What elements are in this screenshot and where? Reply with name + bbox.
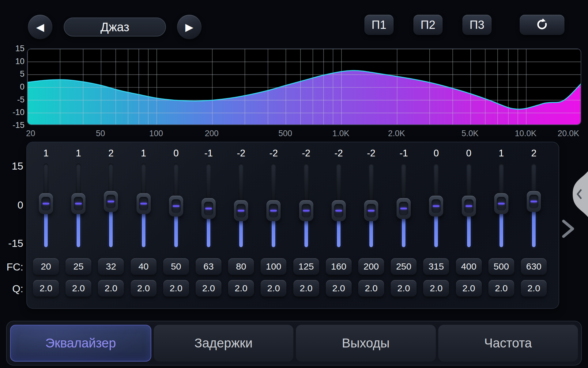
band-fc-button[interactable]: 100 xyxy=(261,258,286,275)
tab-frequency[interactable]: Частота xyxy=(438,325,578,362)
band-q-button[interactable]: 2.0 xyxy=(261,280,286,297)
band-slider-thumb[interactable] xyxy=(494,193,508,214)
band-fc-button[interactable]: 50 xyxy=(163,258,189,275)
reset-circular-arrow-icon xyxy=(536,19,548,31)
preset-selector[interactable]: Джаз xyxy=(64,17,166,36)
frequency-tick-label: 5.0K xyxy=(462,129,479,138)
band-fc-button[interactable]: 500 xyxy=(488,258,514,275)
scroll-bands-right-button[interactable] xyxy=(560,219,576,239)
band-q-button[interactable]: 2.0 xyxy=(423,280,449,297)
thumb-dash-icon xyxy=(498,203,505,205)
band-gain-value: -2 xyxy=(290,148,322,159)
band-slider-fill xyxy=(44,209,48,247)
response-area-fill xyxy=(28,71,581,125)
thumb-dash-icon xyxy=(43,203,49,205)
band-q-button[interactable]: 2.0 xyxy=(33,280,59,297)
tab-label: Задержки xyxy=(194,336,253,351)
band-gain-value: 2 xyxy=(95,148,127,159)
band-slider-thumb[interactable] xyxy=(104,191,118,212)
band-fc-button[interactable]: 630 xyxy=(521,258,547,275)
memory-button-p1[interactable]: П1 xyxy=(364,15,394,35)
band-slider-thumb[interactable] xyxy=(137,193,151,214)
band-fc-button[interactable]: 40 xyxy=(131,258,156,275)
band-q-button[interactable]: 2.0 xyxy=(456,280,482,297)
band-slider-thumb[interactable] xyxy=(397,198,411,219)
band-q-button[interactable]: 2.0 xyxy=(358,280,384,297)
band-slider-thumb[interactable] xyxy=(39,193,53,214)
band-q-button[interactable]: 2.0 xyxy=(488,280,514,297)
band-slider-thumb[interactable] xyxy=(332,200,346,221)
band-q-button[interactable]: 2.0 xyxy=(196,280,221,297)
reset-button[interactable] xyxy=(520,15,564,35)
right-triangle-icon: ▶ xyxy=(185,21,193,33)
band-fc-button[interactable]: 250 xyxy=(391,258,417,275)
band-fc-button[interactable]: 160 xyxy=(326,258,352,275)
band-fc-button[interactable]: 63 xyxy=(196,258,221,275)
band-fc-button[interactable]: 25 xyxy=(66,258,91,275)
band-slider-fill xyxy=(77,209,80,247)
left-triangle-icon: ◀ xyxy=(36,21,44,33)
thumb-dash-icon xyxy=(400,208,407,209)
band-slider-thumb[interactable] xyxy=(299,200,313,221)
band-slider-thumb[interactable] xyxy=(527,191,541,212)
preset-next-button[interactable]: ▶ xyxy=(177,15,202,39)
graph-plot-area xyxy=(27,48,581,125)
band-fc-button[interactable]: 20 xyxy=(33,258,59,275)
band-slider-thumb[interactable] xyxy=(364,200,378,221)
band-q-button[interactable]: 2.0 xyxy=(293,280,319,297)
tab-equalizer[interactable]: Эквалайзер xyxy=(10,325,151,362)
frequency-tick-label: 20.0K xyxy=(558,129,579,138)
frequency-tick-label: 1.0K xyxy=(332,129,349,138)
db-tick-label: 10 xyxy=(6,56,24,66)
band-q-button[interactable]: 2.0 xyxy=(163,280,189,297)
preset-name: Джаз xyxy=(100,20,129,34)
frequency-tick-label: 500 xyxy=(278,129,292,138)
memory-button-label: П1 xyxy=(371,18,386,32)
band-slider-thumb[interactable] xyxy=(234,200,248,221)
band-q-button[interactable]: 2.0 xyxy=(326,280,352,297)
gain-scale-min-label: -15 xyxy=(1,237,23,249)
db-tick-label: 0 xyxy=(6,82,24,92)
band-q-button[interactable]: 2.0 xyxy=(391,280,417,297)
band-q-button[interactable]: 2.0 xyxy=(131,280,156,297)
db-tick-label: -5 xyxy=(6,95,24,105)
thumb-dash-icon xyxy=(205,208,212,209)
band-slider-thumb[interactable] xyxy=(429,196,443,217)
db-tick-label: -15 xyxy=(6,120,24,130)
band-slider-thumb[interactable] xyxy=(71,193,85,214)
side-drawer-handle[interactable] xyxy=(568,171,588,217)
band-q-button[interactable]: 2.0 xyxy=(98,280,124,297)
response-curve xyxy=(28,49,581,125)
memory-button-p3[interactable]: П3 xyxy=(462,15,492,35)
band-slider-thumb[interactable] xyxy=(266,200,281,221)
db-tick-label: 15 xyxy=(6,44,24,53)
tab-outputs[interactable]: Выходы xyxy=(296,325,436,362)
thumb-dash-icon xyxy=(140,203,147,205)
band-fc-button[interactable]: 315 xyxy=(423,258,449,275)
tab-delays[interactable]: Задержки xyxy=(154,325,294,362)
frequency-tick-label: 10.0K xyxy=(515,129,537,138)
db-tick-label: -10 xyxy=(6,107,24,117)
band-gain-value: -2 xyxy=(322,148,355,159)
band-q-button[interactable]: 2.0 xyxy=(66,280,91,297)
frequency-tick-label: 100 xyxy=(149,129,163,138)
band-q-button[interactable]: 2.0 xyxy=(521,280,547,297)
band-fc-button[interactable]: 32 xyxy=(98,258,124,275)
band-slider-thumb[interactable] xyxy=(169,196,183,217)
band-fc-button[interactable]: 125 xyxy=(293,258,319,275)
chevron-right-icon xyxy=(564,221,573,236)
memory-button-p2[interactable]: П2 xyxy=(413,15,443,35)
gain-scale-zero-label: 0 xyxy=(1,199,23,211)
preset-prev-button[interactable]: ◀ xyxy=(28,15,52,39)
thumb-dash-icon xyxy=(75,203,82,205)
tab-label: Выходы xyxy=(342,336,390,351)
band-slider-fill xyxy=(532,206,536,247)
frequency-tick-label: 2.0K xyxy=(388,129,405,138)
band-fc-button[interactable]: 200 xyxy=(358,258,384,275)
bottom-tab-bar: ЭквалайзерЗадержкиВыходыЧастота xyxy=(6,321,582,366)
band-slider-thumb[interactable] xyxy=(462,196,476,217)
band-fc-button[interactable]: 400 xyxy=(456,258,482,275)
band-slider-thumb[interactable] xyxy=(202,198,216,219)
band-fc-button[interactable]: 80 xyxy=(228,258,254,275)
band-q-button[interactable]: 2.0 xyxy=(228,280,254,297)
